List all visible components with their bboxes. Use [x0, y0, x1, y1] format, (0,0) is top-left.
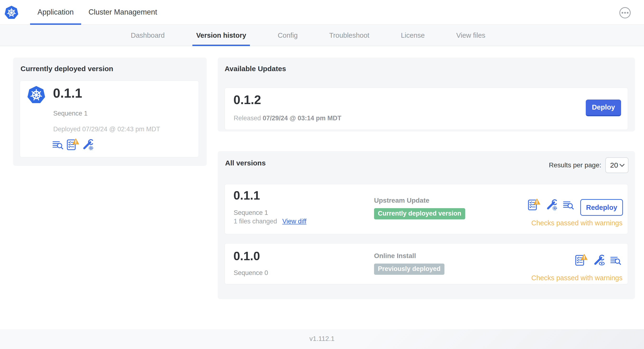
chevron-down-icon — [620, 164, 625, 167]
tab-dashboard[interactable]: Dashboard — [131, 25, 165, 46]
available-updates-title: Available Updates — [224, 65, 286, 73]
sub-nav-tabs: Dashboard Version history Config Trouble… — [131, 25, 485, 46]
row-source-label: Online Install — [374, 252, 416, 260]
preflight-checks-warning-icon[interactable] — [575, 254, 588, 266]
tab-license[interactable]: License — [401, 25, 425, 46]
currently-deployed-badge: Currently deployed version — [374, 208, 465, 220]
version-diff-icon[interactable] — [52, 140, 64, 150]
version-diff-icon[interactable] — [563, 200, 574, 210]
tab-application[interactable]: Application — [30, 0, 81, 25]
deployed-timestamp: Deployed 07/29/24 @ 02:43 pm MDT — [53, 126, 160, 133]
deployed-sequence-label: Sequence 1 — [53, 110, 88, 117]
all-versions-panel: All versions Results per page: 20 0.1.1 … — [218, 151, 635, 299]
kubernetes-logo-icon — [4, 5, 19, 20]
tab-version-history[interactable]: Version history — [196, 25, 246, 46]
row-files-changed: 1 files changed — [234, 218, 277, 225]
tab-troubleshoot[interactable]: Troubleshoot — [329, 25, 369, 46]
top-navigation-bar: Application Cluster Management — [0, 0, 644, 25]
view-diff-link[interactable]: View diff — [282, 218, 306, 225]
edit-config-icon[interactable] — [82, 139, 94, 150]
deployed-version-card: 0.1.1 Sequence 1 Deployed 07/29/24 @ 02:… — [20, 80, 199, 157]
checks-status-text: Checks passed with warnings — [531, 219, 622, 227]
app-sub-navigation: Dashboard Version history Config Trouble… — [0, 25, 644, 46]
view-config-icon[interactable] — [593, 254, 604, 266]
row-sequence-label: Sequence 0 — [234, 269, 268, 277]
update-card: 0.1.2 Released 07/29/24 @ 03:14 pm MDT D… — [224, 88, 628, 130]
deployed-version-number: 0.1.1 — [53, 86, 82, 101]
row-version-number: 0.1.0 — [234, 249, 260, 263]
update-released-timestamp: Released 07/29/24 @ 03:14 pm MDT — [234, 114, 341, 122]
tab-config[interactable]: Config — [278, 25, 298, 46]
row-sequence-label: Sequence 1 — [234, 209, 268, 216]
console-version: v1.112.1 — [0, 329, 644, 348]
preflight-checks-warning-icon[interactable] — [528, 198, 540, 210]
preflight-checks-warning-icon[interactable] — [66, 138, 79, 150]
version-diff-icon[interactable] — [610, 256, 621, 266]
checks-status-text: Checks passed with warnings — [531, 274, 622, 282]
currently-deployed-panel: Currently deployed version 0.1.1 Sequenc… — [13, 58, 207, 166]
results-per-page-value: 20 — [610, 161, 618, 169]
redeploy-button[interactable]: Redeploy — [580, 199, 623, 216]
update-version-number: 0.1.2 — [234, 92, 261, 107]
currently-deployed-title: Currently deployed version — [20, 65, 113, 73]
version-row-0-1-1: 0.1.1 Sequence 1 1 files changed View di… — [224, 184, 628, 234]
edit-config-icon[interactable] — [546, 199, 557, 210]
results-per-page-label: Results per page: — [549, 161, 601, 169]
tab-view-files[interactable]: View files — [456, 25, 485, 46]
previously-deployed-badge: Previously deployed — [374, 264, 444, 275]
all-versions-title: All versions — [225, 159, 266, 167]
kubernetes-app-icon — [26, 85, 46, 105]
results-per-page-select[interactable]: 20 — [605, 157, 628, 173]
row-version-number: 0.1.1 — [234, 188, 260, 202]
top-nav-tabs: Application Cluster Management — [30, 0, 164, 25]
row-source-label: Upstream Update — [374, 197, 430, 204]
footer: v1.112.1 — [0, 329, 644, 349]
tab-cluster-management[interactable]: Cluster Management — [81, 0, 165, 25]
deploy-button[interactable]: Deploy — [586, 100, 621, 116]
available-updates-panel: Available Updates 0.1.2 Released 07/29/2… — [218, 58, 635, 132]
ellipsis-menu-icon[interactable] — [620, 7, 631, 18]
version-row-0-1-0: 0.1.0 Sequence 0 Online Install Previous… — [224, 243, 628, 284]
